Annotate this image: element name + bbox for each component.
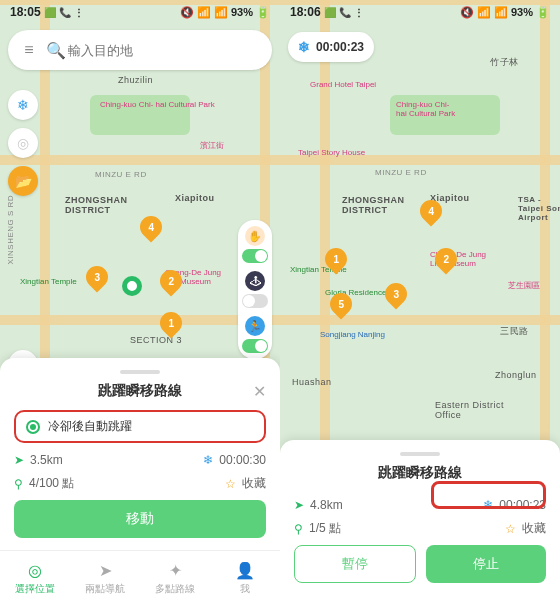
toggle-gesture[interactable] — [242, 249, 268, 263]
distance-stat: ➤3.5km — [14, 453, 63, 467]
road-xinsheng: XINSHENG S RD — [6, 195, 15, 265]
pause-button[interactable]: 暫停 — [294, 545, 416, 583]
snowflake-icon: ❄ — [203, 453, 213, 467]
nav-two-point[interactable]: ➤兩點導航 — [70, 551, 140, 605]
area-zhongshan-2: ZHONGSHAN DISTRICT — [342, 195, 405, 215]
sheet-title-b: 跳躍瞬移路線 — [378, 464, 462, 482]
cooldown-highlight-box — [431, 481, 546, 509]
favorite-stat-b[interactable]: ☆收藏 — [505, 520, 546, 537]
area-huashan: Huashan — [292, 377, 332, 387]
nav-arrow-icon: ➤ — [294, 498, 304, 512]
bottom-nav: ◎選擇位置 ➤兩點導航 ✦多點路線 👤我 — [0, 550, 280, 605]
joystick-icon: 🕹 — [245, 271, 265, 291]
toggle-run[interactable] — [242, 339, 268, 353]
cooldown-timer-pill[interactable]: ❄ 00:00:23 — [288, 32, 374, 62]
area-zhongshan: ZHONGSHAN DISTRICT — [65, 195, 128, 215]
folder-icon[interactable]: 📂 — [8, 166, 38, 196]
status-bar-b: 18:06 🟩 📞 ⋮ 🔇 📶 📶 93% 🔋 — [280, 0, 560, 24]
area-xiapitou: Xiapitou — [175, 193, 215, 203]
nav-multi-route[interactable]: ✦多點路線 — [140, 551, 210, 605]
points-icon: ⚲ — [14, 477, 23, 491]
poi-songjiang-2: Songjiang Nanjing — [320, 330, 385, 339]
route-icon: ✦ — [169, 561, 182, 580]
favorite-stat[interactable]: ☆收藏 — [225, 475, 266, 492]
auto-teleport-radio[interactable]: 冷卻後自動跳躍 — [26, 418, 254, 435]
toggle-joystick[interactable] — [242, 294, 268, 308]
nav-profile[interactable]: 👤我 — [210, 551, 280, 605]
close-icon[interactable]: ✕ — [253, 382, 266, 401]
area-section3: SECTION 3 — [130, 335, 182, 345]
distance-stat-b: ➤4.8km — [294, 498, 343, 512]
poi-zhisheng: 芝生園區 — [508, 280, 540, 291]
area-zhonglun: Zhonglun — [495, 370, 537, 380]
route-sheet: 跳躍瞬移路線 ✕ 冷卻後自動跳躍 ➤3.5km ❄00:00:30 ⚲4/100… — [0, 358, 280, 550]
cooldown-icon[interactable]: ❄ — [8, 90, 38, 120]
search-bar[interactable]: ≡ 🔍 — [8, 30, 272, 70]
current-location-dot — [122, 276, 142, 296]
route-sheet-b: 跳躍瞬移路線 ➤4.8km ❄00:00:23 ⚲1/5 點 ☆收藏 暫停 停止 — [280, 440, 560, 605]
menu-icon[interactable]: ≡ — [14, 35, 44, 65]
cooldown-stat: ❄00:00:30 — [203, 453, 266, 467]
locate-icon[interactable]: ◎ — [8, 128, 38, 158]
pin-icon: ◎ — [28, 561, 42, 580]
radio-checked-icon — [26, 420, 40, 434]
area-tsa: TSA - Taipei Songs Airport — [518, 195, 560, 222]
search-icon: 🔍 — [44, 41, 68, 60]
nav-arrow-icon: ➤ — [14, 453, 24, 467]
sheet-handle-b[interactable] — [400, 452, 440, 456]
hand-icon: ✋ — [245, 226, 265, 246]
poi-sanminlu: 三民路 — [500, 325, 529, 338]
nav-select-location[interactable]: ◎選擇位置 — [0, 551, 70, 605]
toggle-panel: ✋ 🕹 🏃 — [238, 220, 272, 359]
points-stat: ⚲4/100 點 — [14, 475, 74, 492]
auto-teleport-highlight: 冷卻後自動跳躍 — [14, 410, 266, 443]
star-icon: ☆ — [225, 477, 236, 491]
snowflake-icon: ❄ — [298, 39, 310, 55]
run-icon: 🏃 — [245, 316, 265, 336]
user-icon: 👤 — [235, 561, 255, 580]
poi-xingtian: Xingtian Temple — [20, 277, 77, 286]
sheet-handle[interactable] — [120, 370, 160, 374]
auto-teleport-label: 冷卻後自動跳躍 — [48, 418, 132, 435]
road-minzu-2: MINZU E RD — [375, 168, 427, 177]
stop-button[interactable]: 停止 — [426, 545, 546, 583]
star-icon: ☆ — [505, 522, 516, 536]
points-icon: ⚲ — [294, 522, 303, 536]
points-stat-b: ⚲1/5 點 — [294, 520, 341, 537]
area-eastern: Eastern District Office — [435, 400, 504, 420]
search-input[interactable] — [68, 43, 266, 58]
timer-value: 00:00:23 — [316, 40, 364, 54]
send-icon: ➤ — [99, 561, 112, 580]
status-bar: 18:05 🟩 📞 ⋮ 🔇 📶 📶 93% 🔋 — [0, 0, 280, 24]
road-minzu: MINZU E RD — [95, 170, 147, 179]
move-button[interactable]: 移動 — [14, 500, 266, 538]
sheet-title: 跳躍瞬移路線 — [98, 382, 182, 400]
